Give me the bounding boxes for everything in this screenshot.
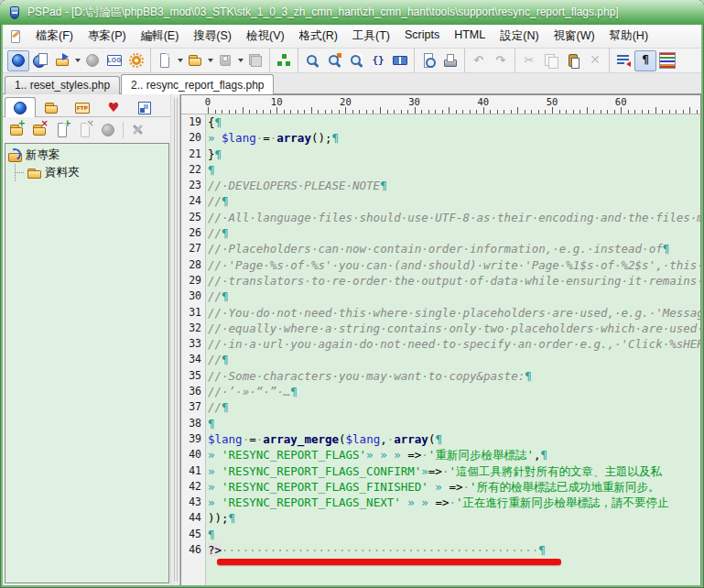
print-button[interactable] bbox=[439, 50, 461, 71]
code-line[interactable]: 35//·Some·characters·you·may·want·to·cop… bbox=[181, 368, 700, 384]
program-settings-button[interactable] bbox=[125, 50, 147, 71]
menu-item-5[interactable]: 檢視(V) bbox=[239, 26, 292, 47]
sidebar-tab-windows[interactable] bbox=[129, 97, 160, 117]
pspad-window: PSPad - [D:\討論區\phpBB3_mod\03_STK\stk_1_… bbox=[0, 0, 704, 588]
menu-item-12[interactable]: 幫助(H) bbox=[602, 26, 655, 47]
goto-matching-bracket-button[interactable]: {} bbox=[367, 50, 389, 71]
menu-item-7[interactable]: 工具(T) bbox=[345, 26, 397, 47]
code-line[interactable]: 46?>····································… bbox=[181, 542, 700, 558]
tree-item-project-root[interactable]: 新專案 bbox=[7, 147, 167, 164]
print-preview-button[interactable] bbox=[417, 50, 439, 71]
ruler-mark: 50 bbox=[547, 96, 558, 107]
undo-button[interactable]: ↶ bbox=[468, 50, 490, 71]
code-line[interactable]: 45¶ bbox=[181, 527, 700, 542]
code-line[interactable]: 42» 'RESYNC_REPORT_FLAGS_FINISHED' » =>·… bbox=[181, 479, 700, 495]
code-line[interactable]: 43» 'RESYNC_REPORT_FLAGS_NEXT' » » =>·'正… bbox=[181, 495, 700, 510]
title-bar[interactable]: PSPad - [D:\討論區\phpBB3_mod\03_STK\stk_1_… bbox=[0, 0, 704, 25]
panel-splitter[interactable] bbox=[170, 94, 180, 585]
menu-item-3[interactable]: 編輯(E) bbox=[134, 26, 187, 47]
code-line[interactable]: 27//·Placeholders·can·now·contain·order·… bbox=[181, 241, 700, 256]
save-project-side-button[interactable] bbox=[97, 119, 119, 140]
code-line[interactable]: 32//·equally·where·a·string·contains·onl… bbox=[181, 321, 700, 336]
pspad-app-icon[interactable] bbox=[7, 5, 22, 20]
word-wrap-button[interactable] bbox=[612, 50, 634, 71]
add-file-button[interactable]: + bbox=[51, 119, 73, 140]
code-text: //¶ bbox=[205, 352, 700, 367]
sidebar-tab-files[interactable] bbox=[36, 97, 67, 117]
sidebar-tab-favorites[interactable]: ♥ bbox=[98, 97, 129, 117]
remove-file-button[interactable]: × bbox=[74, 119, 96, 140]
line-number: 33 bbox=[181, 336, 205, 352]
code-line[interactable]: 29//·translators·to·re-order·the·output·… bbox=[181, 273, 700, 289]
menu-item-1[interactable]: 檔案(F) bbox=[28, 26, 81, 47]
code-line[interactable]: 38¶ bbox=[181, 416, 700, 431]
project-files-button[interactable] bbox=[29, 50, 51, 71]
code-line[interactable]: 30//¶ bbox=[181, 289, 700, 304]
code-line[interactable]: 44));¶ bbox=[181, 510, 700, 526]
open-file-button[interactable] bbox=[184, 50, 206, 71]
sidebar-toolbar: +×+× bbox=[3, 117, 170, 142]
project-tools-button[interactable] bbox=[127, 119, 149, 140]
code-line[interactable]: 33//·in·a·url·you·again·do·not·need·to·s… bbox=[181, 336, 700, 352]
dropdown-arrow-icon[interactable] bbox=[206, 50, 214, 71]
save-project-button[interactable] bbox=[81, 50, 103, 71]
line-number: 34 bbox=[181, 352, 205, 367]
remove-folder-button[interactable]: × bbox=[28, 119, 50, 140]
code-text: //·equally·where·a·string·contains·only·… bbox=[205, 321, 700, 336]
main-toolbar: LOG{}↶↷✂✕¶ bbox=[3, 49, 701, 73]
code-line[interactable]: 25//·All·language·files·should·use·UTF-8… bbox=[181, 210, 700, 225]
code-line[interactable]: 26//¶ bbox=[181, 225, 700, 241]
code-clips-button[interactable] bbox=[389, 50, 411, 71]
code-line[interactable]: 41» 'RESYNC_REPORT_FLAGS_CONFIRM'»=>·'這個… bbox=[181, 463, 700, 479]
add-folder-button[interactable]: + bbox=[5, 119, 27, 140]
new-file-button[interactable] bbox=[154, 50, 176, 71]
code-line[interactable]: 39$lang·=·array_merge($lang,·array(¶ bbox=[181, 431, 700, 447]
code-line[interactable]: 34//¶ bbox=[181, 352, 700, 367]
code-line[interactable]: 36//·’·»·“·”·…¶ bbox=[181, 384, 700, 399]
code-area[interactable]: 19{¶20» $lang·=·array();¶21}¶22¶23//·DEV… bbox=[181, 114, 700, 585]
show-special-chars-button[interactable]: ¶ bbox=[634, 50, 656, 71]
paste-button[interactable] bbox=[562, 50, 584, 71]
tree-item-folder[interactable]: 資料夾 bbox=[7, 164, 167, 181]
project-panel-button[interactable] bbox=[7, 50, 29, 71]
code-line[interactable]: 37//¶ bbox=[181, 399, 700, 415]
project-tree[interactable]: 新專案 資料夾 bbox=[5, 143, 169, 583]
search-in-files-button[interactable] bbox=[345, 50, 367, 71]
menu-item-11[interactable]: 視窗(W) bbox=[547, 26, 602, 47]
code-text: ¶ bbox=[205, 527, 700, 542]
copy-button[interactable] bbox=[540, 50, 562, 71]
menu-item-2[interactable]: 專案(P) bbox=[81, 26, 134, 47]
code-explorer-button[interactable] bbox=[273, 50, 295, 71]
sidebar-tab-project[interactable] bbox=[5, 97, 36, 117]
code-line[interactable]: 40» 'RESYNC_REPORT_FLAGS'» » » =>·'重新同步檢… bbox=[181, 447, 700, 463]
menu-item-10[interactable]: 設定(N) bbox=[493, 26, 546, 47]
save-all-button[interactable] bbox=[244, 50, 266, 71]
doc-tab-1[interactable]: 1.. reset_styles.php bbox=[5, 76, 120, 94]
code-line[interactable]: 28//·'Page·%s·of·%s'·you·can·(and·should… bbox=[181, 257, 700, 273]
search-button[interactable] bbox=[301, 50, 323, 71]
dropdown-arrow-icon[interactable] bbox=[73, 50, 81, 71]
code-line[interactable]: 24//¶ bbox=[181, 193, 700, 209]
code-line[interactable]: 23//·DEVELOPERS·PLEASE·NOTE¶ bbox=[181, 178, 700, 193]
menu-item-4[interactable]: 搜尋(S) bbox=[186, 26, 239, 47]
code-line[interactable]: 31//·You·do·not·need·this·where·single·p… bbox=[181, 305, 700, 321]
code-line[interactable]: 20» $lang·=·array();¶ bbox=[181, 130, 700, 146]
code-line[interactable]: 22¶ bbox=[181, 162, 700, 178]
open-project-button[interactable] bbox=[51, 50, 73, 71]
menu-item-9[interactable]: HTML bbox=[447, 26, 493, 47]
search-replace-button[interactable] bbox=[323, 50, 345, 71]
dropdown-arrow-icon[interactable] bbox=[176, 50, 184, 71]
delete-button[interactable]: ✕ bbox=[584, 50, 606, 71]
doc-tab-2[interactable]: 2.. resync_report_flags.php bbox=[121, 74, 274, 94]
code-line[interactable]: 21}¶ bbox=[181, 147, 700, 162]
dropdown-arrow-icon[interactable] bbox=[236, 50, 244, 71]
cut-button[interactable]: ✂ bbox=[518, 50, 540, 71]
save-file-button[interactable] bbox=[214, 50, 236, 71]
log-window-button[interactable]: LOG bbox=[103, 50, 125, 71]
menu-item-8[interactable]: Scripts bbox=[397, 26, 447, 47]
redo-button[interactable]: ↷ bbox=[490, 50, 512, 71]
code-line[interactable]: 19{¶ bbox=[181, 114, 700, 130]
sidebar-tab-ftp[interactable]: FTP bbox=[67, 97, 98, 117]
menu-item-6[interactable]: 格式(R) bbox=[292, 26, 345, 47]
syntax-highlighting-button[interactable] bbox=[656, 50, 678, 71]
